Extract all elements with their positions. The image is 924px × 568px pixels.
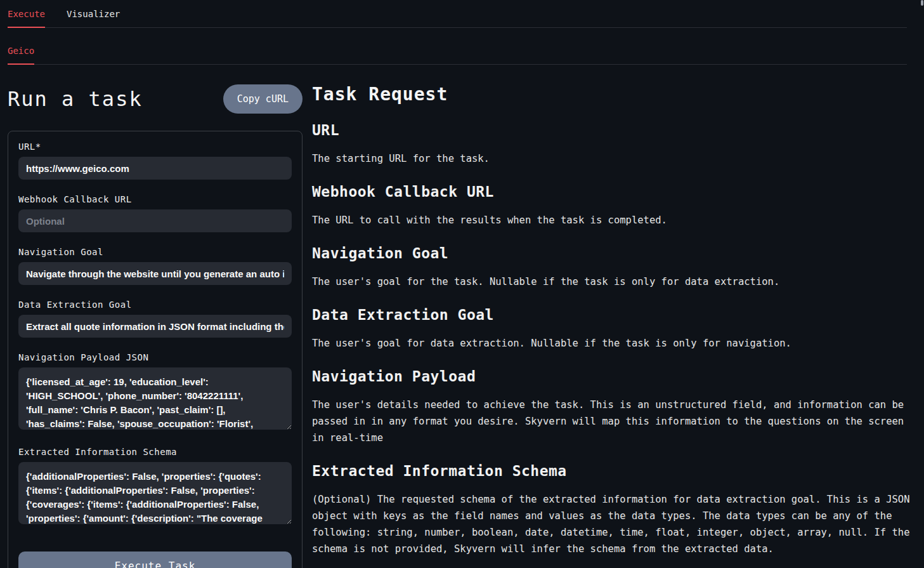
tab-execute[interactable]: Execute <box>8 9 45 28</box>
doc-section-navigation-payload: Navigation Payload The user's details ne… <box>312 368 914 446</box>
doc-section-navigation-goal: Navigation Goal The user's goal for the … <box>312 245 914 290</box>
navigation-goal-field-group: Navigation Goal <box>18 247 292 285</box>
extracted-schema-field-group: Extracted Information Schema {'additiona… <box>18 447 292 527</box>
task-form-panel: Run a task Copy cURL URL* Webhook Callba… <box>8 83 303 568</box>
data-extraction-goal-field-group: Data Extraction Goal <box>18 300 292 338</box>
url-label: URL* <box>18 142 292 152</box>
doc-section-webhook: Webhook Callback URL The URL to call wit… <box>312 183 914 228</box>
left-header: Run a task Copy cURL <box>8 83 303 116</box>
page-title: Run a task <box>8 87 143 111</box>
navigation-payload-label: Navigation Payload JSON <box>18 352 292 362</box>
execute-task-button[interactable]: Execute Task <box>18 551 292 568</box>
navigation-goal-label: Navigation Goal <box>18 247 292 257</box>
extracted-schema-textarea[interactable]: {'additionalProperties': False, 'propert… <box>18 462 292 524</box>
doc-section-url: URL The starting URL for the task. <box>312 122 914 167</box>
webhook-input[interactable] <box>18 209 292 232</box>
page-scrollbar-thumb[interactable] <box>921 0 923 6</box>
navigation-payload-textarea[interactable]: {'licensed_at_age': 19, 'education_level… <box>18 367 292 430</box>
data-extraction-goal-label: Data Extraction Goal <box>18 300 292 310</box>
task-request-title: Task Request <box>312 84 914 105</box>
doc-body: The user's goal for data extraction. Nul… <box>312 335 911 352</box>
navigation-payload-field-group: Navigation Payload JSON {'licensed_at_ag… <box>18 352 292 432</box>
navigation-goal-input[interactable] <box>18 262 292 285</box>
webhook-field-group: Webhook Callback URL <box>18 194 292 232</box>
task-request-docs-panel: Task Request URL The starting URL for th… <box>312 83 914 568</box>
doc-body: The user's details needed to achieve the… <box>312 397 911 446</box>
doc-heading: URL <box>312 122 914 139</box>
extracted-schema-label: Extracted Information Schema <box>18 447 292 457</box>
tab-visualizer[interactable]: Visualizer <box>67 9 120 28</box>
page-content: Run a task Copy cURL URL* Webhook Callba… <box>0 65 924 568</box>
data-extraction-goal-input[interactable] <box>18 315 292 338</box>
doc-section-extracted-schema: Extracted Information Schema (Optional) … <box>312 463 914 557</box>
tab-geico[interactable]: Geico <box>8 46 34 65</box>
task-form-card: URL* Webhook Callback URL Navigation Goa… <box>8 131 303 568</box>
doc-section-data-extraction-goal: Data Extraction Goal The user's goal for… <box>312 307 914 352</box>
webhook-label: Webhook Callback URL <box>18 194 292 204</box>
doc-body: The user's goal for the task. Nullable i… <box>312 274 911 290</box>
url-input[interactable] <box>18 157 292 180</box>
doc-heading: Navigation Goal <box>312 245 914 262</box>
doc-heading: Extracted Information Schema <box>312 463 914 480</box>
sub-tabbar: Geico <box>8 28 907 65</box>
doc-body: (Optional) The requested schema of the e… <box>312 491 911 557</box>
doc-body: The URL to call with the results when th… <box>312 212 911 228</box>
doc-body: The starting URL for the task. <box>312 150 911 167</box>
main-tabbar: Execute Visualizer <box>8 0 907 28</box>
doc-heading: Webhook Callback URL <box>312 183 914 201</box>
copy-curl-button[interactable]: Copy cURL <box>223 84 303 114</box>
doc-heading: Navigation Payload <box>312 368 914 385</box>
url-field-group: URL* <box>18 142 292 180</box>
doc-heading: Data Extraction Goal <box>312 307 914 324</box>
